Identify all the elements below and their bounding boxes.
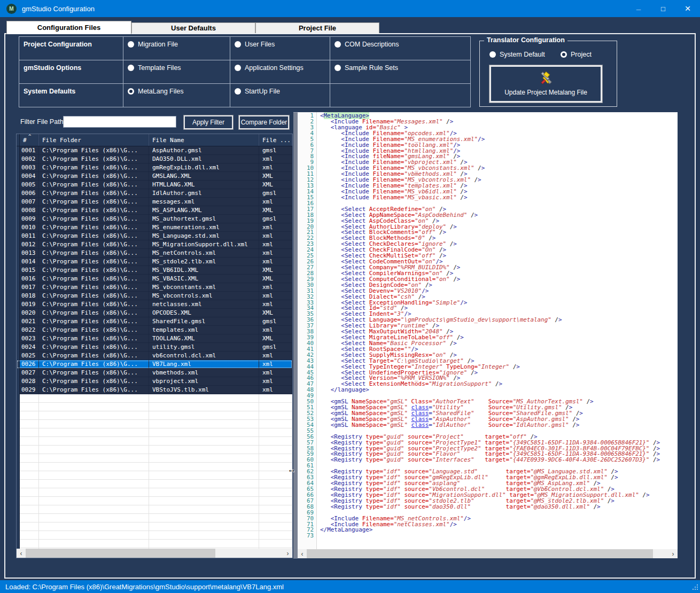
table-cell [39,411,149,420]
radio-migration-file[interactable]: Migration File [123,37,230,60]
table-row[interactable]: 0004C:\Program Files (x86)\G...GMSLANG.X… [17,172,292,181]
table-cell: XML [259,334,292,343]
chevron-left-icon[interactable]: ‹ [17,549,26,558]
code-line [320,533,678,539]
table-cell: xml [259,258,292,266]
table-row[interactable]: 0018C:\Program Files (x86)\G...MS_vbcont… [17,292,292,300]
table-cell: 0022 [20,326,39,334]
table-cell: 0010 [20,223,39,232]
table-row[interactable]: 0006C:\Program Files (x86)\G...IdlAuthor… [17,189,292,198]
table-cell [20,505,39,514]
table-cell [259,437,292,446]
column-header-file-folder[interactable]: File Folder [39,134,149,146]
tab-configuration-files[interactable]: Configuration Files [6,21,131,34]
sort-ascending-icon: ^ [28,134,31,139]
radio-icon [235,88,241,95]
table-row[interactable]: 0012C:\Program Files (x86)\G...MS_Migrat… [17,240,292,249]
radio-startup-file[interactable]: StartUp File [230,84,330,107]
panel-splitter[interactable] [293,112,298,558]
table-row[interactable]: 0021C:\Program Files (x86)\G...SharedFil… [17,317,292,326]
table-row[interactable]: 0010C:\Program Files (x86)\G...MS_enumer… [17,223,292,232]
table-cell: 0025 [20,352,39,360]
radio-metalang-files[interactable]: MetaLang Files [123,84,230,107]
table-cell: C:\Program Files (x86)\G... [39,258,149,266]
tab-project-file[interactable]: Project File [255,22,379,33]
table-cell: C:\Program Files (x86)\G... [39,249,149,258]
table-row[interactable]: 0024C:\Program Files (x86)\G...utility.g… [17,343,292,352]
close-button[interactable]: × [675,0,700,17]
table-row[interactable]: 0007C:\Program Files (x86)\G...messages.… [17,198,292,206]
table-row[interactable]: 0028C:\Program Files (x86)\G...vbproject… [17,377,292,386]
column-header-file-name[interactable]: File Name [149,134,259,146]
tab-user-defaults[interactable]: User Defaults [131,22,255,33]
table-row[interactable]: 0015C:\Program Files (x86)\G...MS_VB6IDL… [17,266,292,275]
scroll-track[interactable] [26,549,283,558]
empty-table-row [17,420,292,428]
compare-folder-button[interactable]: Compare Folder [238,115,290,130]
radio-template-files[interactable]: Template Files [123,60,230,84]
option-row-label: Project Configuration [19,37,123,60]
code-panel[interactable]: 1234567891011121314151617181920212223242… [298,112,678,558]
empty-table-row [17,497,292,505]
table-row[interactable]: 0020C:\Program Files (x86)\G...OPCODES.X… [17,309,292,317]
table-cell: SharedFile.gmsl [149,317,259,326]
table-row[interactable]: 0002C:\Program Files (x86)\G...DAO350.DL… [17,155,292,163]
table-row[interactable]: 0017C:\Program Files (x86)\G...MS_vbcons… [17,283,292,292]
table-cell: MS_enumerations.xml [149,223,259,232]
table-row[interactable]: 0029C:\Program Files (x86)\G...VBStoJVS.… [17,386,292,394]
table-row[interactable]: 0019C:\Program Files (x86)\G...netclasse… [17,300,292,309]
table-cell: MS_ASPLANG.XML [149,206,259,215]
scroll-thumb[interactable] [26,549,215,558]
table-row[interactable]: 0011C:\Program Files (x86)\G...MS_Langua… [17,232,292,240]
column-header-file-type[interactable]: File ... [259,134,292,146]
table-cell: netclasses.xml [149,300,259,309]
table-cell: C:\Program Files (x86)\G... [39,360,149,369]
table-row[interactable]: 0001C:\Program Files (x86)\G...AspAuthor… [17,146,292,155]
table-row[interactable]: 0023C:\Program Files (x86)\G...TOOLLANG.… [17,334,292,343]
scroll-track[interactable] [307,549,668,558]
table-row[interactable]: 0014C:\Program Files (x86)\G...MS_stdole… [17,258,292,266]
table-row[interactable]: 0008C:\Program Files (x86)\G...MS_ASPLAN… [17,206,292,215]
radio-project[interactable]: Project [561,51,592,58]
filter-input[interactable] [63,116,176,128]
scroll-thumb[interactable] [307,549,653,558]
maximize-button[interactable]: □ [651,0,675,17]
radio-user-files[interactable]: User Files [230,37,330,60]
table-cell [259,514,292,522]
empty-table-row [17,394,292,403]
table-cell: C:\Program Files (x86)\G... [39,326,149,334]
chevron-right-icon[interactable]: › [283,549,292,558]
radio-com-descriptions[interactable]: COM Descriptions [330,37,471,60]
table-cell [39,497,149,505]
table-row[interactable]: 0022C:\Program Files (x86)\G...templates… [17,326,292,334]
table-cell [39,514,149,522]
table-cell: MS_MigrationSupport.dll.xml [149,240,259,249]
resize-grip[interactable] [690,583,699,592]
code-line: <gmSL NameSpace="gmSL" class="IdlAuthor"… [320,423,678,428]
table-row[interactable]: 0016C:\Program Files (x86)\G...MS_VBASIC… [17,275,292,283]
radio-sample-rule-sets[interactable]: Sample Rule Sets [330,60,471,84]
table-cell [20,446,39,454]
empty-table-row [17,480,292,488]
file-table-hscrollbar[interactable]: ‹ › [17,549,292,558]
radio-application-settings[interactable]: Application Settings [230,60,330,84]
table-row[interactable]: 0005C:\Program Files (x86)\G...HTMLLANG.… [17,181,292,189]
update-project-metalang-button[interactable]: Update Project Metalang File [489,65,603,103]
table-row[interactable]: 0026C:\Program Files (x86)\G...VB7Lang.x… [17,360,292,369]
chevron-right-icon[interactable]: › [668,549,678,558]
radio-label: Template Files [138,64,181,72]
code-hscrollbar[interactable]: ‹ › [298,549,678,558]
radio-label: Migration File [138,41,178,48]
table-row[interactable]: 0009C:\Program Files (x86)\G...MS_author… [17,215,292,223]
table-cell [39,540,149,548]
table-row[interactable]: 0025C:\Program Files (x86)\G...vb6contro… [17,352,292,360]
radio-system-default[interactable]: System Default [489,51,545,58]
minimize-button[interactable]: – [626,0,651,17]
table-cell [39,428,149,437]
radio-icon [235,65,241,71]
table-row[interactable]: 0003C:\Program Files (x86)\G...gmRegExpL… [17,163,292,172]
apply-filter-button[interactable]: Apply Filter [183,115,234,130]
table-row[interactable]: 0027C:\Program Files (x86)\G...vbmethods… [17,369,292,377]
table-row[interactable]: 0013C:\Program Files (x86)\G...MS_netCon… [17,249,292,258]
chevron-left-icon[interactable]: ‹ [298,549,307,558]
